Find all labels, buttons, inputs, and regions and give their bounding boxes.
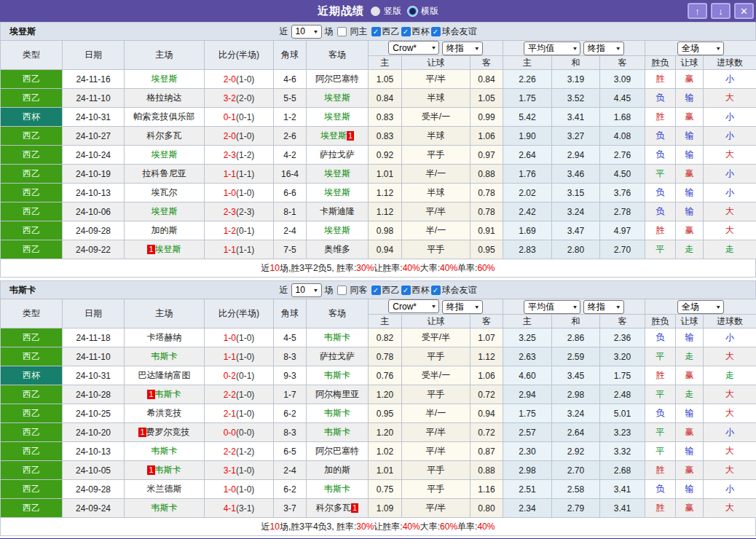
half-time-score: (1-0): [236, 131, 254, 141]
column-header: 比分(半场): [205, 41, 274, 70]
team-name-text: 埃登斯: [324, 225, 350, 235]
home-team-cell: 1韦斯卡: [125, 461, 205, 480]
odds-away: 0.97: [470, 146, 503, 165]
half-time-score: (0-1): [236, 226, 254, 236]
league-type-cell: 西乙: [1, 480, 63, 499]
filter-controls: 近 10▼ 场 同客 西乙西杯球会友谊: [280, 283, 477, 297]
score-cell: 2-0(1-0): [205, 127, 274, 146]
full-time-score: 0-1: [224, 112, 236, 122]
league-checkbox[interactable]: [431, 27, 441, 36]
avg-away-odds: 3.41: [600, 499, 645, 518]
league-type-cell: 西乙: [1, 347, 63, 366]
avg-away-odds: 4.45: [600, 89, 645, 108]
result-winloss: 胜: [645, 366, 676, 385]
league-checkbox[interactable]: [371, 286, 381, 295]
avg-away-odds: 2.48: [600, 385, 645, 404]
away-team-cell: 韦斯卡: [307, 328, 369, 347]
same-venue-checkbox[interactable]: [337, 27, 347, 36]
half-time-score: (2-0): [236, 93, 254, 103]
match-date: 24-10-13: [63, 184, 125, 202]
odds-time-select[interactable]: 终指▼: [442, 300, 483, 314]
odds-source-select[interactable]: Crow*▼: [388, 299, 439, 313]
league-checkbox[interactable]: [401, 286, 411, 295]
result-winloss: 负: [645, 202, 676, 221]
sub-column-header: 让球: [402, 56, 470, 70]
team-name-text: 格拉纳达: [147, 93, 182, 103]
result-handicap: 走: [676, 347, 704, 366]
match-date: 24-11-18: [63, 328, 125, 347]
avg-draw-odds: 2.80: [552, 240, 600, 259]
match-row: 西乙24-10-27科尔多瓦2-0(1-0)2-6埃登斯10.83半球1.061…: [1, 127, 756, 146]
half-time-score: (1-2): [236, 150, 254, 160]
avg-draw-odds: 3.24: [552, 202, 600, 221]
average-source-select[interactable]: 平均值▼: [524, 42, 580, 55]
team-name-text: 埃登斯: [324, 168, 350, 178]
odds-home: 0.83: [369, 108, 402, 127]
avg-away-odds: 3.09: [600, 70, 645, 89]
team-name-text: 埃登斯: [324, 93, 350, 103]
away-team-cell: 韦斯卡: [307, 366, 369, 385]
team-name-text: 奥维多: [324, 244, 350, 254]
odds-group-header: Crow*▼ 终指▼: [369, 41, 503, 56]
result-winloss: 胜: [645, 221, 676, 240]
score-cell: 4-1(3-1): [205, 499, 274, 518]
league-checkbox[interactable]: [401, 27, 411, 36]
result-goals: 大: [704, 385, 756, 404]
average-time-select[interactable]: 终指▼: [583, 300, 624, 314]
column-header: 客场: [307, 299, 369, 328]
recent-results-panel: 近期战绩 竖版 横版 ↑ ↓ ✕ 埃登斯 近 10▼ 场 同主 西乙西杯球会友谊: [0, 0, 756, 539]
league-checkbox[interactable]: [371, 27, 381, 36]
match-count-select[interactable]: 10▼: [291, 25, 322, 39]
odds-source-select[interactable]: Crow*▼: [388, 41, 439, 55]
odds-time-select[interactable]: 终指▼: [442, 42, 483, 55]
close-button[interactable]: ✕: [734, 3, 754, 19]
odds-away: 0.78: [470, 202, 503, 221]
team-name-text: 韦斯卡: [151, 351, 178, 361]
period-select[interactable]: 全场▼: [677, 42, 724, 55]
result-group-header: 全场▼: [645, 299, 756, 315]
horizontal-layout-radio[interactable]: [408, 7, 417, 16]
result-handicap: 输: [676, 89, 704, 108]
half-time-score: (0-1): [236, 112, 254, 122]
chevron-down-icon: ▼: [474, 304, 480, 310]
team-name-text: 埃登斯: [151, 149, 178, 160]
move-up-button[interactable]: ↑: [688, 3, 707, 19]
league-checkbox[interactable]: [431, 286, 441, 295]
score-cell: 3-1(1-0): [205, 461, 274, 480]
result-winloss: 平: [645, 385, 676, 404]
result-handicap: 赢: [676, 221, 704, 240]
avg-away-odds: 4.08: [600, 127, 645, 146]
period-select[interactable]: 全场▼: [677, 300, 724, 314]
avg-draw-odds: 2.64: [552, 423, 600, 442]
avg-away-odds: 4.50: [600, 165, 645, 184]
move-down-button[interactable]: ↓: [711, 3, 731, 19]
home-team-cell: 埃登斯: [125, 70, 205, 89]
team-section: 韦斯卡 近 10▼ 场 同客 西乙西杯球会友谊 类型 日期 主: [0, 280, 756, 536]
avg-home-odds: 2.98: [503, 461, 552, 480]
league-type-cell: 西乙: [1, 202, 63, 221]
odds-handicap: 平手: [402, 347, 470, 366]
match-count-select[interactable]: 10▼: [291, 283, 322, 297]
odds-away: 1.06: [470, 366, 503, 385]
full-time-score: 1-1: [224, 245, 236, 255]
league-type-cell: 西乙: [1, 328, 63, 347]
home-team-cell: 拉科鲁尼亚: [125, 165, 205, 184]
half-time-score: (1-0): [236, 74, 254, 84]
avg-away-odds: 1.68: [600, 108, 645, 127]
average-time-select[interactable]: 终指▼: [583, 42, 624, 55]
avg-away-odds: 2.70: [600, 240, 645, 259]
half-time-score: (3-1): [236, 503, 254, 514]
avg-away-odds: 1.75: [600, 366, 645, 385]
average-source-select[interactable]: 平均值▼: [524, 300, 580, 314]
vertical-layout-radio[interactable]: [371, 7, 380, 16]
half-time-score: (0-1): [236, 371, 254, 381]
result-handicap: 输: [676, 404, 704, 423]
full-time-score: 0-0: [224, 428, 236, 438]
sub-column-header: 客: [600, 56, 645, 70]
sub-column-header: 客: [470, 315, 503, 328]
same-venue-checkbox[interactable]: [337, 286, 347, 295]
chevron-down-icon: ▼: [313, 28, 319, 34]
match-date: 24-10-31: [63, 108, 125, 127]
column-header: 角球: [274, 299, 307, 328]
result-handicap: 走: [676, 240, 704, 259]
